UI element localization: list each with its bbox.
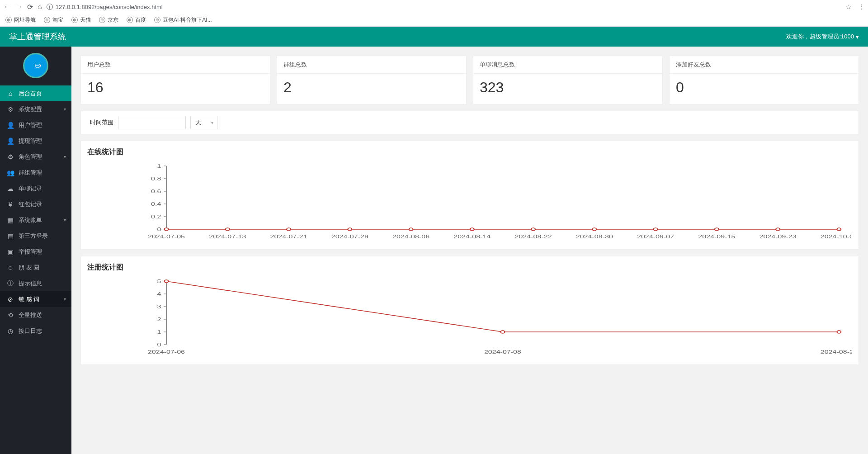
- svg-point-31: [531, 228, 535, 231]
- svg-text:2024-08-14: 2024-08-14: [453, 234, 491, 239]
- app-header: 掌上通管理系统 欢迎你，超级管理员:1000 ▾: [0, 27, 868, 47]
- svg-point-30: [470, 228, 474, 231]
- online-chart-card: 在线统计图 00.20.40.60.812024-07-052024-07-13…: [80, 141, 859, 250]
- svg-text:5: 5: [157, 279, 161, 284]
- svg-text:2024-07-29: 2024-07-29: [331, 234, 368, 239]
- nav-icon: ⌂: [7, 90, 14, 97]
- sidebar-item-label: 提示信息: [19, 279, 42, 288]
- globe-icon: ⊕: [5, 17, 12, 23]
- sidebar-item[interactable]: ⌂后台首页: [0, 85, 71, 101]
- bookmark-item[interactable]: ⊕天猫: [71, 16, 91, 24]
- svg-text:2024-07-08: 2024-07-08: [484, 349, 521, 355]
- unit-select[interactable]: 天 ▾: [190, 116, 217, 129]
- bookmark-item[interactable]: ⊕网址导航: [5, 16, 36, 24]
- svg-text:2024-09-15: 2024-09-15: [698, 234, 735, 239]
- forward-icon[interactable]: →: [15, 3, 23, 11]
- sidebar-item-label: 群组管理: [19, 169, 42, 177]
- reload-icon[interactable]: ⟳: [27, 3, 33, 11]
- globe-icon: ⊕: [71, 17, 78, 23]
- sidebar-item[interactable]: ⊘敏 感 词▾: [0, 291, 71, 307]
- chart-title: 在线统计图: [87, 147, 852, 157]
- back-icon[interactable]: ←: [4, 3, 11, 11]
- sidebar-item-label: 全量推送: [19, 311, 42, 319]
- sidebar-item[interactable]: ☺朋 友 圈: [0, 260, 71, 275]
- sidebar-item[interactable]: ⓘ提示信息: [0, 275, 71, 291]
- svg-point-29: [409, 228, 413, 231]
- bookmark-label: 网址导航: [14, 16, 36, 24]
- svg-point-26: [226, 228, 230, 231]
- nav-icon: 👤: [7, 137, 14, 145]
- svg-text:2024-07-21: 2024-07-21: [270, 234, 307, 239]
- svg-text:2024-08-20: 2024-08-20: [821, 349, 852, 355]
- stats-row: 用户总数16群组总数2单聊消息总数323添加好友总数0: [80, 56, 859, 104]
- layout: ဗ ⌂后台首页⚙系统配置▾👤用户管理👤提现管理⚙角色管理▾👥群组管理☁单聊记录¥…: [0, 47, 868, 454]
- svg-text:0.6: 0.6: [151, 189, 161, 194]
- register-chart: 0123452024-07-062024-07-082024-08-20: [87, 277, 852, 358]
- sidebar-item-label: 角色管理: [19, 153, 42, 161]
- svg-text:2024-09-23: 2024-09-23: [760, 234, 797, 239]
- address-bar[interactable]: i 127.0.0.1:8092/pages/console/index.htm…: [47, 4, 163, 10]
- svg-point-27: [287, 228, 291, 231]
- bookmark-item[interactable]: ⊕百度: [127, 16, 146, 24]
- svg-text:2024-08-06: 2024-08-06: [392, 234, 429, 239]
- bookmark-item[interactable]: ⊕淘宝: [44, 16, 63, 24]
- svg-text:2024-08-30: 2024-08-30: [576, 234, 613, 239]
- sidebar-item[interactable]: ⚙角色管理▾: [0, 149, 71, 165]
- stat-card: 群组总数2: [277, 56, 467, 104]
- svg-point-28: [348, 228, 352, 231]
- chart-title: 注册统计图: [87, 263, 852, 272]
- info-icon: i: [47, 4, 53, 10]
- nav-icon: 👤: [7, 122, 14, 129]
- home-icon[interactable]: ⌂: [38, 3, 42, 11]
- date-range-input[interactable]: [118, 116, 186, 129]
- sidebar-item[interactable]: 👤提现管理: [0, 133, 71, 149]
- bookmarks-bar: ⊕网址导航⊕淘宝⊕天猫⊕京东⊕百度⊕豆包AI-抖音旗下AI...: [0, 14, 868, 26]
- globe-icon: ⊕: [44, 17, 50, 23]
- menu-icon[interactable]: ⋮: [858, 3, 864, 10]
- sidebar-item[interactable]: ☁单聊记录: [0, 180, 71, 196]
- stat-label: 用户总数: [81, 56, 270, 74]
- sidebar-item[interactable]: ¥红包记录: [0, 196, 71, 212]
- sidebar-item[interactable]: ▦系统账单▾: [0, 212, 71, 228]
- nav-icon: ⚙: [7, 153, 14, 161]
- sidebar-item[interactable]: 👤用户管理: [0, 117, 71, 133]
- bookmark-item[interactable]: ⊕京东: [99, 16, 118, 24]
- svg-text:1: 1: [157, 163, 161, 169]
- bookmark-label: 淘宝: [52, 16, 63, 24]
- nav-icon: ⚙: [7, 106, 14, 113]
- logo-icon: ဗ: [23, 53, 48, 78]
- nav-icon: ⊘: [7, 296, 14, 303]
- svg-text:4: 4: [157, 291, 161, 297]
- svg-text:0.4: 0.4: [151, 201, 161, 207]
- svg-text:3: 3: [157, 304, 161, 309]
- sidebar-item-label: 用户管理: [19, 121, 42, 129]
- svg-text:2024-08-22: 2024-08-22: [515, 234, 552, 239]
- svg-text:2024-07-05: 2024-07-05: [148, 234, 185, 239]
- svg-text:0.8: 0.8: [151, 176, 161, 181]
- sidebar-item[interactable]: ▤第三方登录: [0, 228, 71, 244]
- welcome-text: 欢迎你，超级管理员:1000: [786, 33, 854, 41]
- bookmark-label: 天猫: [80, 16, 91, 24]
- stat-value: 323: [473, 74, 662, 104]
- stat-card: 用户总数16: [80, 56, 270, 104]
- sidebar-item-label: 接口日志: [19, 327, 42, 335]
- sidebar: ဗ ⌂后台首页⚙系统配置▾👤用户管理👤提现管理⚙角色管理▾👥群组管理☁单聊记录¥…: [0, 47, 71, 454]
- unit-selected: 天: [195, 118, 201, 127]
- stat-label: 群组总数: [277, 56, 466, 74]
- stat-card: 添加好友总数0: [669, 56, 859, 104]
- sidebar-item[interactable]: ⚙系统配置▾: [0, 101, 71, 117]
- bookmark-label: 豆包AI-抖音旗下AI...: [163, 16, 212, 24]
- sidebar-item-label: 第三方登录: [19, 232, 48, 240]
- svg-point-32: [592, 228, 596, 231]
- user-menu[interactable]: 欢迎你，超级管理员:1000 ▾: [786, 33, 859, 41]
- chevron-down-icon: ▾: [211, 120, 213, 125]
- sidebar-item[interactable]: ⟲全量推送: [0, 307, 71, 323]
- sidebar-item[interactable]: 👥群组管理: [0, 165, 71, 180]
- sidebar-item[interactable]: ▣举报管理: [0, 244, 71, 260]
- bookmark-item[interactable]: ⊕豆包AI-抖音旗下AI...: [154, 16, 212, 24]
- sidebar-item[interactable]: ◷接口日志: [0, 323, 71, 339]
- star-icon[interactable]: ☆: [846, 3, 852, 10]
- sidebar-item-label: 举报管理: [19, 248, 42, 256]
- sidebar-item-label: 系统配置: [19, 105, 42, 114]
- globe-icon: ⊕: [127, 17, 133, 23]
